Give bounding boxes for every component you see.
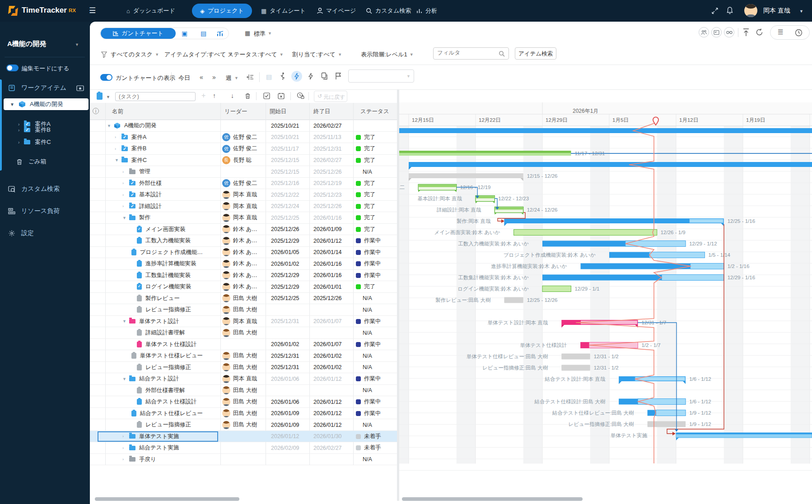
table-row[interactable]: 工数集計機能実装鈴木 あ…2025/12/292026/01/16作業中: [90, 270, 397, 282]
table-row[interactable]: 詳細設計書理解田島 大樹N/A: [90, 327, 397, 339]
sidebar-item-settings[interactable]: 設定: [0, 227, 90, 239]
table-row[interactable]: ›手戻りN/A: [90, 454, 397, 466]
list-options-icon[interactable]: ☰: [778, 28, 784, 36]
gantt-bar[interactable]: [561, 365, 590, 371]
task-name-cell[interactable]: ›外部仕様: [122, 178, 203, 190]
new-task-input[interactable]: [119, 93, 191, 100]
members-button[interactable]: [699, 27, 709, 37]
task-name-cell[interactable]: ›管理: [122, 166, 203, 178]
task-name-cell[interactable]: 詳細設計書理解: [130, 327, 203, 339]
tree-chevron-icon[interactable]: ▼: [107, 124, 114, 128]
kanban-view-icon[interactable]: ▣: [182, 30, 187, 37]
gantt-summary-bar[interactable]: [399, 128, 812, 133]
task-name-cell[interactable]: ›案件A: [115, 132, 203, 143]
favorite-folder-icon[interactable]: [76, 85, 84, 92]
paste-chevron-icon[interactable]: ▼: [106, 95, 110, 99]
gantt-bar[interactable]: [542, 286, 571, 292]
gantt-visible-toggle[interactable]: [100, 74, 112, 81]
table-row[interactable]: ▼結合テスト設計岡本 直哉2026/01/062026/01/12作業中: [90, 373, 397, 385]
table-row[interactable]: 結合テスト仕様レビュー田島 大樹2026/01/092026/01/12作業中: [90, 408, 397, 420]
table-row[interactable]: ›案件A佐佐野 俊二2025/10/212025/11/13完了: [90, 132, 397, 143]
nav-dashboard[interactable]: ⌂ダッシュボード: [126, 0, 175, 22]
prev-period-button[interactable]: «: [200, 74, 203, 81]
tree-chevron-icon[interactable]: ▼: [115, 158, 121, 162]
task-name-cell[interactable]: ›手戻り: [122, 454, 203, 466]
fullscreen-icon[interactable]: [711, 7, 719, 14]
tree-chevron-icon[interactable]: ›: [122, 193, 129, 197]
task-name-cell[interactable]: ▼案件C: [115, 155, 203, 166]
flag-icon[interactable]: [335, 72, 341, 80]
move-down-button[interactable]: ↓: [231, 92, 234, 99]
task-name-cell[interactable]: 工数入力機能実装: [130, 235, 203, 247]
task-name-cell[interactable]: メイン画面実装: [130, 224, 203, 236]
task-name-cell[interactable]: 進捗率計算機能実装: [130, 258, 203, 270]
table-row[interactable]: ▼単体テスト設計岡本 直哉2025/12/312026/01/07作業中: [90, 316, 397, 328]
tree-chevron-icon[interactable]: ▼: [122, 216, 129, 220]
baseline-select[interactable]: ▼: [348, 69, 414, 83]
sidebar-item-trash[interactable]: ごみ箱: [0, 156, 90, 167]
table-row[interactable]: 工数入力機能実装鈴木 あ…2025/12/292026/01/12作業中: [90, 235, 397, 247]
gantt-bar[interactable]: [581, 264, 691, 269]
filter-task-type[interactable]: すべてのタスク▼: [111, 51, 159, 59]
task-name-cell[interactable]: レビュー指摘修正: [130, 362, 203, 374]
task-name-cell[interactable]: ログイン機能実装: [130, 281, 203, 293]
nav-custom-search[interactable]: カスタム検索: [366, 0, 411, 22]
task-name-cell[interactable]: 単体テスト仕様設計: [130, 339, 203, 351]
table-row[interactable]: ›結合テスト実施2026/02/092026/02/27未着手: [90, 442, 397, 454]
assign-lock-icon[interactable]: [297, 92, 304, 100]
card-settings-button[interactable]: [711, 27, 722, 37]
task-name-cell[interactable]: ›基本設計: [122, 189, 203, 201]
tree-chevron-icon[interactable]: ▼: [122, 319, 129, 324]
add-task-button[interactable]: +: [201, 92, 205, 100]
nav-analytics[interactable]: 分析: [416, 0, 437, 22]
tree-item-anken-c[interactable]: ›案件C: [0, 136, 90, 148]
task-name-cell[interactable]: ▼製作: [122, 212, 203, 224]
table-row[interactable]: ›案件B佐佐野 俊二2025/11/172025/12/31完了: [90, 143, 397, 155]
task-name-cell[interactable]: 製作レビュー: [130, 293, 203, 305]
user-menu-chevron-icon[interactable]: ▼: [799, 9, 803, 14]
gantt-hscrollbar[interactable]: [402, 497, 583, 501]
gantt-bar[interactable]: [542, 241, 625, 247]
view-preset-select[interactable]: 標準: [254, 30, 266, 38]
table-row[interactable]: ▼製作岡本 直哉2025/12/252026/01/16完了: [90, 212, 397, 224]
gantt-summary-bar[interactable]: [409, 173, 523, 178]
watch-button[interactable]: [724, 27, 734, 37]
table-row[interactable]: 製作レビュー田島 大樹2025/12/252025/12/26N/A: [90, 293, 397, 305]
tab-gantt-chart[interactable]: ガントチャート: [101, 28, 176, 39]
table-row[interactable]: レビュー指摘修正田島 大樹2025/12/312026/01/02N/A: [90, 362, 397, 374]
table-row[interactable]: ›管理2025/12/152025/12/26N/A: [90, 166, 397, 178]
item-search-button[interactable]: アイテム検索: [515, 47, 556, 60]
gantt-bar[interactable]: [581, 342, 589, 348]
table-row[interactable]: プロジェクト作成機能…鈴木 あ…2026/01/052026/01/14作業中: [90, 247, 397, 259]
nav-mypage[interactable]: マイページ: [317, 0, 356, 22]
table-row[interactable]: レビュー指摘修正田島 大樹N/A: [90, 304, 397, 316]
nav-timesheet[interactable]: ▦タイムシート: [261, 0, 306, 22]
zoom-select[interactable]: 週: [226, 74, 232, 82]
outdent-icon[interactable]: [246, 74, 254, 80]
notification-bell-icon[interactable]: [726, 6, 733, 14]
tree-chevron-icon[interactable]: ›: [115, 135, 121, 139]
tree-chevron-icon[interactable]: ›: [122, 446, 129, 450]
table-row[interactable]: ›基本設計岡本 直哉2025/12/222025/12/23完了: [90, 189, 397, 201]
user-avatar[interactable]: [744, 4, 757, 17]
task-name-cell[interactable]: ▼A機能の開発: [107, 120, 203, 132]
project-title-chevron-icon[interactable]: ▼: [75, 42, 79, 47]
tree-chevron-icon[interactable]: ›: [122, 457, 129, 462]
tree-chevron-icon[interactable]: ▼: [122, 377, 129, 381]
task-name-cell[interactable]: ▼結合テスト設計: [122, 373, 203, 385]
col-end[interactable]: 終了日: [313, 108, 331, 116]
filter-level[interactable]: 表示階層:レベル1▼: [361, 51, 414, 59]
task-name-cell[interactable]: プロジェクト作成機能…: [130, 247, 203, 259]
task-name-cell[interactable]: ▼単体テスト設計: [122, 316, 203, 328]
gantt-bar[interactable]: [619, 399, 638, 405]
tree-chevron-icon[interactable]: ›: [122, 181, 129, 185]
table-row[interactable]: メイン画面実装鈴木 あ…2025/12/262026/01/09完了: [90, 224, 397, 236]
sidebar-item-custom-search[interactable]: カスタム検索: [0, 183, 90, 195]
task-name-cell[interactable]: 結合テスト仕様設計: [130, 396, 203, 408]
filter-status[interactable]: ステータス:すべて▼: [228, 51, 284, 59]
table-row[interactable]: ▼案件C長長野 聡2025/12/152026/02/27完了: [90, 155, 397, 166]
task-name-cell[interactable]: レビュー指摘修正: [130, 304, 203, 316]
gantt-bar[interactable]: [542, 275, 662, 281]
tree-item-project-root[interactable]: ▼ A機能の開発: [4, 98, 89, 110]
task-name-cell[interactable]: ›詳細設計: [122, 201, 203, 213]
